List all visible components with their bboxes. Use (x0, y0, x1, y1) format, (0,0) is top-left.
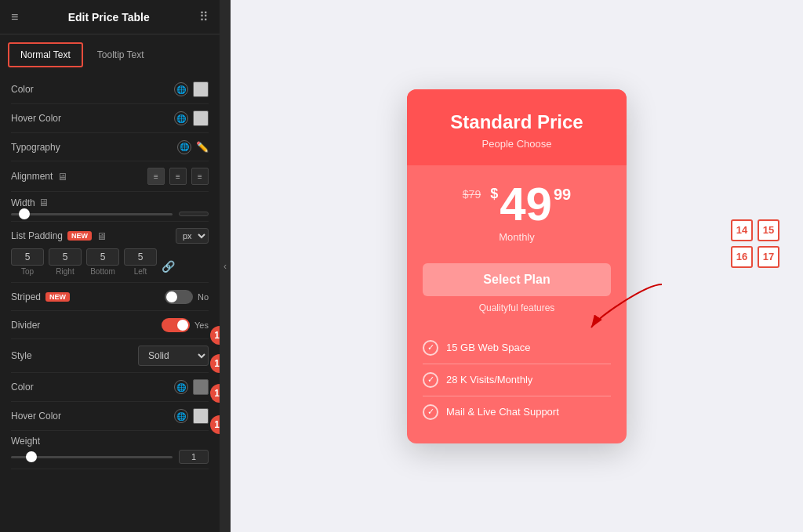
weight-row: Weight 1 (11, 431, 209, 469)
striped-label-group: Striped NEW (11, 291, 70, 302)
monitor-icon: 🖥 (57, 171, 67, 183)
divider-toggle[interactable]: Yes (162, 318, 209, 332)
weight-value[interactable]: 1 (179, 450, 209, 464)
annotation-row-top: 14 15 (731, 219, 779, 241)
color-label: Color (11, 84, 34, 95)
padding-inputs: Top Right Bottom Left 🔗 (11, 248, 209, 276)
card-title: Standard Price (423, 111, 611, 133)
list-padding-header: List Padding NEW 🖥 px (11, 228, 209, 244)
padding-right-input[interactable] (49, 248, 82, 266)
right-panel: Standard Price People Choose $79 $ 49 99… (231, 0, 803, 532)
link-icon[interactable]: 🔗 (162, 260, 175, 273)
select-plan-button[interactable]: Select Plan (423, 263, 611, 296)
align-left-btn[interactable]: ≡ (147, 168, 165, 185)
globe-icon-hover2[interactable]: 🌐 (174, 409, 188, 423)
card-header: Standard Price People Choose (407, 89, 627, 165)
list-padding-label-group: List Padding NEW 🖥 (11, 230, 107, 242)
striped-toggle-track[interactable] (165, 290, 193, 304)
feature-text-0: 15 GB Web Space (446, 342, 530, 353)
price-period: Monthly (423, 231, 611, 243)
color-swatch[interactable] (193, 81, 209, 97)
weight-label-group: Weight (11, 436, 209, 447)
feature-item-0: ✓ 15 GB Web Space (423, 332, 611, 364)
globe-icon-color[interactable]: 🌐 (174, 82, 188, 96)
check-icon-1: ✓ (423, 372, 438, 388)
hover-color2-label: Hover Color (11, 411, 61, 422)
panel-header: ≡ Edit Price Table ⠿ (0, 0, 220, 34)
ann-box-16: 16 (731, 246, 753, 268)
typography-row: Typography 🌐 ✏️ (11, 133, 209, 161)
weight-label: Weight (11, 436, 40, 447)
left-panel: 14 15 16 17 ≡ Edit Price Table ⠿ Normal … (0, 0, 220, 532)
feature-text-2: Mail & Live Chat Support (446, 406, 559, 418)
hover-color2-swatch[interactable] (193, 408, 209, 424)
list-padding-section: List Padding NEW 🖥 px Top Right (11, 222, 209, 283)
striped-toggle-thumb (166, 291, 177, 302)
card-features: ✓ 15 GB Web Space ✓ 28 K Visits/Monthly … (407, 324, 627, 443)
align-center-btn[interactable]: ≡ (169, 168, 187, 185)
color2-controls: 🌐 (174, 379, 209, 395)
ann-box-17: 17 (758, 246, 779, 268)
padding-top-group: Top (11, 248, 44, 276)
right-annotations: 14 15 16 17 (731, 219, 779, 268)
hover-color-row: Hover Color 🌐 (11, 104, 209, 133)
panel-collapse-handle[interactable]: ‹ (220, 0, 231, 532)
width-label: Width 🖥 (11, 197, 209, 208)
weight-slider[interactable] (11, 456, 173, 458)
style-label: Style (11, 350, 32, 361)
list-padding-label: List Padding (11, 230, 63, 241)
typography-label: Typography (11, 142, 60, 153)
style-select[interactable]: Solid Dashed Dotted (138, 346, 209, 366)
padding-top-input[interactable] (11, 248, 44, 266)
width-slider[interactable] (11, 213, 173, 215)
striped-row: Striped NEW No (11, 283, 209, 311)
feature-text-1: 28 K Visits/Monthly (446, 374, 532, 385)
alignment-row: Alignment 🖥 ≡ ≡ ≡ (11, 161, 209, 192)
width-monitor-icon: 🖥 (38, 197, 49, 208)
striped-toggle[interactable]: No (165, 290, 209, 304)
price-currency: $ (490, 186, 498, 202)
list-padding-monitor: 🖥 (96, 230, 107, 242)
padding-bottom-input[interactable] (86, 248, 119, 266)
menu-icon[interactable]: ≡ (11, 10, 18, 24)
card-subtitle: People Choose (423, 138, 611, 150)
card-price-section: $79 $ 49 99 Monthly (407, 165, 627, 255)
align-right-btn[interactable]: ≡ (191, 168, 209, 185)
hover-color2-controls: 🌐 (174, 408, 209, 424)
tabs-row: Normal Text Tooltip Text (0, 34, 220, 67)
width-slider-container (11, 212, 209, 216)
color2-swatch[interactable] (193, 379, 209, 395)
hover-color-controls: 🌐 (174, 110, 209, 126)
hover-color-label: Hover Color (11, 113, 61, 124)
globe-icon-color2[interactable]: 🌐 (174, 380, 188, 394)
padding-bottom-group: Bottom (86, 248, 119, 276)
striped-label: Striped (11, 291, 41, 302)
check-icon-0: ✓ (423, 340, 438, 356)
padding-left-input[interactable] (124, 248, 157, 266)
padding-bottom-label: Bottom (90, 267, 115, 276)
padding-left-label: Left (134, 267, 147, 276)
color-controls: 🌐 (174, 81, 209, 97)
grid-icon[interactable]: ⠿ (199, 9, 209, 24)
divider-toggle-track[interactable] (162, 318, 190, 332)
globe-icon-hover[interactable]: 🌐 (174, 111, 188, 125)
globe-icon-typo[interactable]: 🌐 (177, 140, 191, 154)
tab-normal-text[interactable]: Normal Text (8, 42, 83, 67)
annotation-row-bottom: 16 17 (731, 246, 779, 268)
feature-item-1: ✓ 28 K Visits/Monthly (423, 364, 611, 396)
color2-row: Color 🌐 (11, 373, 209, 402)
striped-new-badge: NEW (45, 292, 70, 302)
price-cents: 99 (554, 186, 571, 204)
tab-tooltip-text[interactable]: Tooltip Text (86, 42, 155, 67)
divider-toggle-text: Yes (194, 320, 209, 330)
divider-row: Divider Yes (11, 311, 209, 339)
width-row: Width 🖥 (11, 192, 209, 222)
width-value[interactable] (179, 212, 209, 216)
quality-text: Qualityful features (423, 302, 611, 313)
alignment-controls: ≡ ≡ ≡ (147, 168, 209, 185)
padding-unit-select[interactable]: px (176, 228, 209, 244)
hover-color-swatch[interactable] (193, 110, 209, 126)
hover-color2-row: Hover Color 🌐 (11, 402, 209, 431)
check-icon-2: ✓ (423, 404, 438, 420)
pencil-icon[interactable]: ✏️ (196, 141, 209, 153)
